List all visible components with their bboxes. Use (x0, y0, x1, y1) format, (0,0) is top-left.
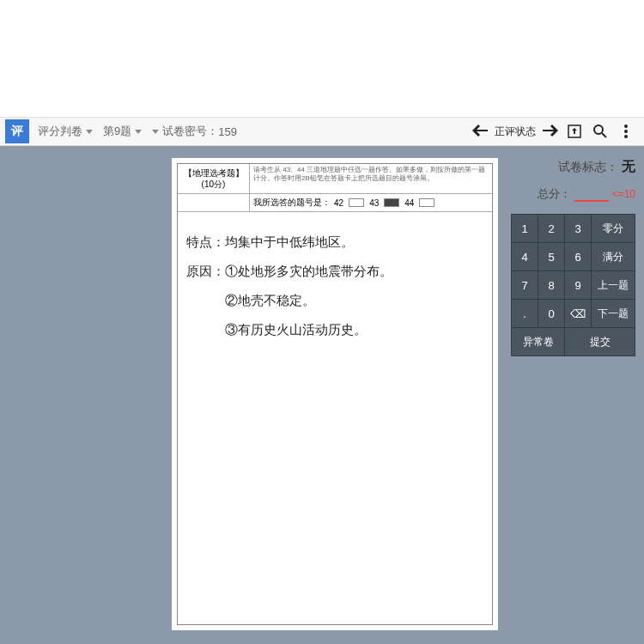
key-abnormal[interactable]: 异常卷 (512, 328, 564, 355)
paper-id-value: 159 (218, 125, 237, 138)
prev-arrow-icon[interactable] (469, 123, 491, 141)
key-submit[interactable]: 提交 (565, 328, 635, 355)
answer-line: ②地壳不稳定。 (186, 288, 483, 313)
question-dropdown[interactable]: 第9题 (98, 124, 147, 139)
search-icon[interactable] (591, 122, 610, 141)
key-8[interactable]: 8 (538, 271, 564, 299)
svg-line-2 (602, 133, 606, 137)
score-max: <=10 (612, 188, 635, 200)
key-0[interactable]: 0 (538, 300, 564, 327)
blank-top-region (0, 0, 644, 117)
grading-status: 正评状态 (491, 125, 539, 139)
choice-left-spacer (178, 194, 250, 211)
subject-label: 【地理选考题】 (179, 167, 247, 179)
scoring-panel: 试卷标志： 无 总分： <=10 1 2 3 零分 4 5 6 满分 7 8 9… (511, 158, 635, 356)
answer-line: ③有历史火山活动历史。 (186, 317, 483, 343)
qnum-0: 42 (334, 198, 343, 208)
key-dot[interactable]: . (512, 300, 538, 327)
main-area: 【地理选考题】 (10分) 请考生从 43、44 三道地理题中任选一题作答。如果… (0, 146, 644, 644)
more-icon[interactable] (617, 122, 635, 141)
choice-box-42 (349, 198, 364, 207)
answer-sheet-border: 【地理选考题】 (10分) 请考生从 43、44 三道地理题中任选一题作答。如果… (177, 163, 493, 625)
choice-box-44 (419, 198, 434, 207)
key-1[interactable]: 1 (512, 215, 538, 242)
key-4[interactable]: 4 (512, 243, 538, 270)
svg-point-3 (624, 125, 628, 128)
app-title: 评分判卷 (38, 124, 82, 139)
paper-header-row: 【地理选考题】 (10分) 请考生从 43、44 三道地理题中任选一题作答。如果… (178, 164, 492, 194)
question-label: 第9题 (103, 124, 131, 139)
next-arrow-icon[interactable] (539, 123, 562, 141)
choice-label: 我所选答的题号是： (253, 197, 331, 209)
paper-id-dropdown[interactable]: 试卷密号： 159 (147, 124, 242, 139)
caret-down-icon (86, 130, 93, 134)
paper-id-label: 试卷密号： (162, 124, 218, 139)
toolbar: 评 评分判卷 第9题 试卷密号： 159 正评状态 (0, 117, 644, 146)
score-row: 总分： <=10 (511, 186, 635, 202)
key-2[interactable]: 2 (538, 215, 564, 242)
svg-point-5 (624, 135, 628, 138)
points-label: (10分) (179, 179, 247, 190)
key-next-question[interactable]: 下一题 (592, 300, 635, 327)
mark-label: 试卷标志： (558, 160, 618, 173)
caret-down-icon (135, 130, 142, 134)
qnum-2: 44 (404, 198, 414, 208)
key-full-score[interactable]: 满分 (592, 243, 635, 270)
export-icon[interactable] (565, 122, 584, 141)
key-prev-question[interactable]: 上一题 (592, 271, 635, 299)
choice-row: 我所选答的题号是： 42 43 44 (178, 194, 492, 212)
mark-row: 试卷标志： 无 (511, 158, 635, 176)
handwritten-answer: 特点：均集中于中低纬地区。 原因：①处地形多灾的地震带分布。 ②地壳不稳定。 ③… (178, 212, 492, 624)
app-title-dropdown[interactable]: 评分判卷 (33, 124, 98, 139)
svg-point-1 (594, 125, 603, 134)
score-input[interactable] (574, 187, 609, 202)
instruction-cell: 请考生从 43、44 三道地理题中任选一题作答。如果多做，则按所做的第一题计分。… (250, 164, 492, 193)
caret-down-icon (152, 130, 159, 134)
answer-sheet[interactable]: 【地理选考题】 (10分) 请考生从 43、44 三道地理题中任选一题作答。如果… (172, 158, 498, 630)
app-logo: 评 (5, 119, 29, 143)
key-9[interactable]: 9 (565, 271, 591, 299)
answer-line: 特点：均集中于中低纬地区。 (186, 229, 483, 255)
key-5[interactable]: 5 (538, 243, 564, 270)
score-label: 总分： (538, 186, 571, 202)
key-zero-score[interactable]: 零分 (592, 215, 635, 242)
choice-box-43 (384, 198, 399, 207)
svg-point-4 (624, 130, 628, 133)
key-7[interactable]: 7 (512, 271, 538, 299)
choice-cell: 我所选答的题号是： 42 43 44 (250, 194, 492, 211)
key-backspace[interactable]: ⌫ (565, 300, 591, 327)
qnum-1: 43 (369, 198, 379, 208)
score-keypad: 1 2 3 零分 4 5 6 满分 7 8 9 上一题 . 0 ⌫ 下一题 异常… (511, 214, 635, 356)
key-3[interactable]: 3 (565, 215, 591, 242)
answer-line: 原因：①处地形多灾的地震带分布。 (186, 258, 483, 284)
key-6[interactable]: 6 (565, 243, 591, 270)
subject-cell: 【地理选考题】 (10分) (178, 164, 250, 193)
mark-value: 无 (622, 159, 635, 173)
